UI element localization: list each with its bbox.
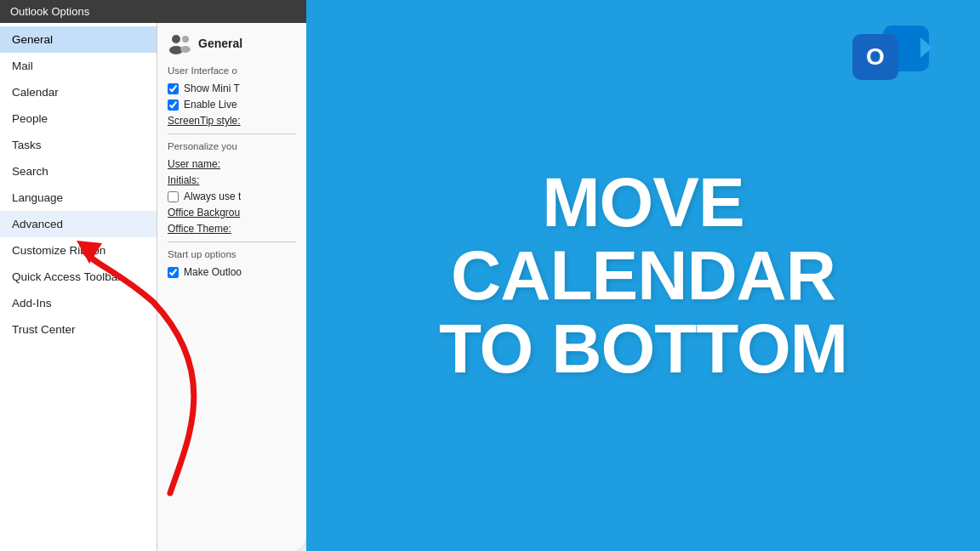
checkbox-always-use[interactable] — [168, 191, 179, 202]
logo-letter: O — [866, 43, 885, 71]
logo-wrapper: O — [852, 26, 929, 85]
nav-item-people[interactable]: People — [0, 105, 157, 132]
checkbox-make-outlook[interactable] — [168, 267, 179, 278]
section-personalize-label: Personalize you — [168, 141, 296, 153]
nav-item-tasks[interactable]: Tasks — [0, 132, 157, 158]
initials-label: Initials: — [168, 174, 236, 186]
username-label: User name: — [168, 158, 236, 170]
nav-item-mail[interactable]: Mail — [0, 53, 157, 79]
promo-line2: CALENDAR — [439, 239, 847, 312]
dialog-title: Outlook Options — [10, 5, 89, 18]
nav-item-language[interactable]: Language — [0, 185, 157, 211]
office-theme-row: Office Theme: — [168, 223, 296, 235]
nav-item-advanced[interactable]: Advanced — [0, 211, 157, 237]
general-section-icon — [168, 31, 191, 55]
nav-item-search[interactable]: Search — [0, 158, 157, 185]
office-background-label: Office Backgrou — [168, 207, 240, 219]
screentip-row: ScreenTip style: — [168, 115, 296, 127]
content-pane: General User Interface o Show Mini T Ena… — [157, 23, 306, 551]
checkbox-enable-live[interactable] — [168, 99, 179, 111]
username-row: User name: — [168, 158, 296, 170]
outlook-logo: O — [852, 26, 929, 85]
option-make-outlook-text: Make Outloo — [184, 266, 242, 278]
logo-square-front: O — [852, 34, 898, 80]
section-ui-label: User Interface o — [168, 65, 296, 77]
option-show-mini-text: Show Mini T — [184, 82, 240, 94]
section-divider-1 — [168, 133, 296, 134]
nav-item-general[interactable]: General — [0, 26, 157, 53]
option-make-outlook: Make Outloo — [168, 266, 296, 278]
promo-text-block: MOVE CALENDAR TO BOTTOM — [439, 166, 847, 385]
office-theme-label: Office Theme: — [168, 223, 236, 235]
nav-item-addins[interactable]: Add-Ins — [0, 290, 157, 316]
content-header-title: General — [198, 37, 242, 50]
svg-point-3 — [180, 46, 191, 53]
outlook-options-dialog: Outlook Options General Mail Calendar Pe… — [0, 0, 306, 551]
nav-item-calendar[interactable]: Calendar — [0, 79, 157, 105]
promo-line1: MOVE — [439, 166, 847, 239]
option-always-use: Always use t — [168, 190, 296, 202]
promo-line3: TO BOTTOM — [439, 312, 847, 385]
nav-item-quick-access[interactable]: Quick Access Toolbar — [0, 264, 157, 290]
nav-item-customize-ribbon[interactable]: Customize Ribbon — [0, 237, 157, 264]
option-always-use-text: Always use t — [184, 190, 241, 202]
checkbox-show-mini[interactable] — [168, 83, 179, 94]
office-background-row: Office Backgrou — [168, 207, 296, 219]
option-enable-live-text: Enable Live — [184, 99, 237, 111]
option-show-mini: Show Mini T — [168, 82, 296, 94]
logo-arrow-shape — [920, 37, 932, 58]
dialog-body: General Mail Calendar People Tasks Searc… — [0, 23, 306, 551]
svg-point-2 — [182, 36, 189, 43]
dialog-titlebar: Outlook Options — [0, 0, 306, 23]
option-enable-live: Enable Live — [168, 99, 296, 111]
initials-row: Initials: — [168, 174, 296, 186]
content-header: General — [168, 31, 296, 55]
nav-list: General Mail Calendar People Tasks Searc… — [0, 23, 157, 551]
section-divider-2 — [168, 241, 296, 242]
nav-item-trust-center[interactable]: Trust Center — [0, 316, 157, 343]
screentip-label: ScreenTip style: — [168, 115, 241, 127]
section-startup-label: Start up options — [168, 249, 296, 261]
promo-side: O MOVE CALENDAR TO BOTTOM — [306, 0, 980, 551]
svg-point-0 — [172, 35, 180, 43]
